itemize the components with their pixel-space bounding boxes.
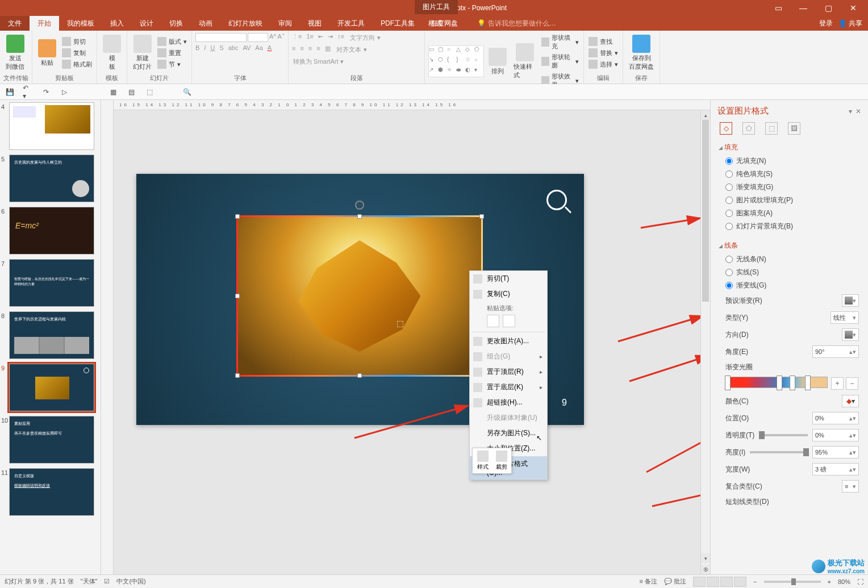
tab-file[interactable]: 文件	[0, 16, 30, 31]
shrink-font-icon[interactable]: A˅	[278, 33, 285, 42]
font-family-combo[interactable]	[195, 33, 247, 42]
preset-gradient-button[interactable]: ▾	[842, 294, 859, 307]
slide-edit-area[interactable]: 16 15 14 13 12 11 10 9 8 7 6 5 4 3 2 1 0…	[101, 100, 710, 574]
scroll-down-button[interactable]: ▾	[701, 553, 710, 563]
mini-style-button[interactable]: 样式	[475, 451, 490, 471]
reset-button[interactable]: 重置	[156, 48, 188, 58]
tab-developer[interactable]: 开发工具	[329, 16, 373, 31]
underline-button[interactable]: U	[210, 44, 215, 51]
shape-outline-button[interactable]: 形状轮廓 ▾	[540, 52, 580, 70]
ctx-send-back[interactable]: 置于底层(K)▸	[470, 380, 547, 395]
resize-handle-w[interactable]	[235, 294, 240, 298]
scroll-up-button[interactable]: ▴	[701, 110, 710, 120]
tell-me-search[interactable]: 💡 告诉我您想要做什么…	[477, 19, 556, 28]
tab-view[interactable]: 视图	[300, 16, 329, 31]
fill-gradient-radio[interactable]: 渐变填充(G)	[719, 181, 860, 194]
slideshow-view-button[interactable]	[734, 577, 746, 587]
replace-button[interactable]: 替换 ▾	[587, 48, 619, 58]
thumbnail-5[interactable]: 历史观的发展与伟人树立的	[9, 155, 94, 202]
transparency-spinner[interactable]: 0%▴▾	[812, 429, 859, 441]
strike-button[interactable]: S	[219, 44, 223, 51]
shapes-gallery[interactable]: ▭▢○△◇⬠ ↘⬡{}☆⬨ ↗⬢✧⬬◐▾	[428, 45, 484, 77]
section-button[interactable]: 节 ▾	[156, 59, 188, 69]
sorter-view-button[interactable]	[707, 577, 719, 587]
line-spacing-button[interactable]: ↕≡	[337, 33, 344, 43]
justify-button[interactable]: ≡	[316, 45, 320, 55]
reading-view-button[interactable]	[720, 577, 733, 587]
resize-handle-s[interactable]	[357, 373, 362, 378]
fill-picture-radio[interactable]: 图片或纹理填充(P)	[719, 194, 860, 207]
qat-icon-3[interactable]: ⬚	[144, 87, 155, 97]
fill-solid-radio[interactable]: 纯色填充(S)	[719, 168, 860, 181]
gradient-stop-3[interactable]	[790, 376, 795, 390]
gradient-direction-button[interactable]: ▾	[842, 328, 859, 341]
tab-transitions[interactable]: 切换	[161, 16, 191, 31]
line-none-radio[interactable]: 无线条(N)	[719, 253, 860, 266]
case-button[interactable]: Aa	[255, 44, 262, 51]
template-button[interactable]: 模 板	[101, 34, 123, 72]
font-color-button[interactable]: A	[268, 44, 272, 51]
paste-option-2[interactable]	[503, 315, 515, 327]
new-slide-button[interactable]: 新建 幻灯片	[131, 34, 154, 72]
slideshow-start-icon[interactable]: ▷	[59, 87, 69, 97]
mini-crop-button[interactable]: 裁剪	[494, 451, 509, 471]
ctx-copy[interactable]: 复制(C)	[470, 286, 547, 302]
tab-pdf[interactable]: PDF工具集	[373, 16, 423, 31]
login-link[interactable]: 登录	[819, 19, 833, 28]
grow-font-icon[interactable]: A^	[269, 33, 277, 42]
slide-thumbnails[interactable]: 4 5 历史观的发展与伟人树立的 6 E=mc² 7 智慧与经验，在历史的洗礼中…	[0, 100, 101, 574]
indent-left-button[interactable]: ⇤	[318, 33, 323, 43]
select-button[interactable]: 选择 ▾	[587, 59, 619, 69]
italic-button[interactable]: I	[204, 44, 206, 51]
bold-button[interactable]: B	[195, 44, 199, 51]
thumbnail-7[interactable]: 智慧与经验，在历史的洗礼中沉淀下来——成为一种独特的力量	[9, 259, 94, 307]
tab-format[interactable]: 格式	[420, 16, 450, 31]
tab-mytemplate[interactable]: 我的模板	[59, 16, 102, 31]
thumbnail-11[interactable]: 自定义模版模板编辑说明和反馈	[9, 468, 94, 516]
notes-button[interactable]: ≡ 备注	[640, 577, 657, 586]
paste-option-1[interactable]	[487, 315, 499, 327]
zoom-out-button[interactable]: −	[753, 578, 757, 585]
width-spinner[interactable]: 3 磅▴▾	[812, 463, 859, 476]
thumbnail-4[interactable]	[9, 102, 94, 150]
tab-review[interactable]: 审阅	[270, 16, 300, 31]
save-button[interactable]: 💾	[5, 87, 15, 97]
angle-spinner[interactable]: 90°▴▾	[812, 345, 859, 358]
tab-design[interactable]: 设计	[132, 16, 161, 31]
ctx-hyperlink[interactable]: 超链接(H)...	[470, 395, 547, 410]
cut-button[interactable]: 剪切	[61, 36, 93, 47]
compound-type-button[interactable]: ≡▾	[842, 480, 859, 493]
fill-none-radio[interactable]: 无填充(N)	[719, 155, 860, 168]
slide-counter[interactable]: 幻灯片 第 9 张，共 11 张	[5, 577, 74, 586]
zoom-level[interactable]: 80%	[838, 578, 850, 585]
format-painter-button[interactable]: 格式刷	[61, 59, 93, 69]
save-cloud-button[interactable]: 保存到 百度网盘	[627, 34, 656, 72]
gradient-type-combo[interactable]: 线性▾	[831, 311, 859, 324]
gradient-stop-2[interactable]	[777, 376, 782, 390]
thumbnail-8[interactable]: 世界下的历史进程与发展内核	[9, 311, 94, 359]
zoom-slider[interactable]	[764, 581, 821, 583]
add-stop-button[interactable]: +	[831, 377, 844, 390]
resize-handle-ne[interactable]	[479, 214, 484, 219]
ribbon-options-icon[interactable]: ▭	[768, 1, 788, 15]
remove-stop-button[interactable]: −	[846, 377, 858, 390]
comments-button[interactable]: 💬 批注	[664, 577, 686, 586]
columns-button[interactable]: ▥	[325, 45, 331, 55]
indent-right-button[interactable]: ⇥	[328, 33, 333, 43]
thumbnail-9[interactable]	[9, 364, 94, 411]
selected-picture[interactable]: ⬚	[237, 216, 482, 376]
fmt-tab-fill[interactable]: ◇	[720, 122, 732, 135]
fill-pattern-radio[interactable]: 图案填充(A)	[719, 207, 860, 220]
transparency-slider[interactable]	[759, 434, 808, 436]
rotate-handle[interactable]	[355, 201, 364, 210]
brightness-slider[interactable]	[750, 451, 808, 453]
align-right-button[interactable]: ≡	[308, 45, 312, 55]
resize-handle-n[interactable]	[357, 214, 362, 219]
ctx-cut[interactable]: 剪切(T)	[470, 271, 547, 286]
align-left-button[interactable]: ≡	[292, 45, 295, 55]
prev-slide-button[interactable]: ⦿	[701, 565, 710, 574]
find-button[interactable]: 查找	[587, 36, 619, 47]
arrange-button[interactable]: 排列	[486, 47, 509, 77]
zoom-in-button[interactable]: +	[828, 578, 831, 585]
line-gradient-radio[interactable]: 渐变线(G)	[719, 279, 860, 292]
